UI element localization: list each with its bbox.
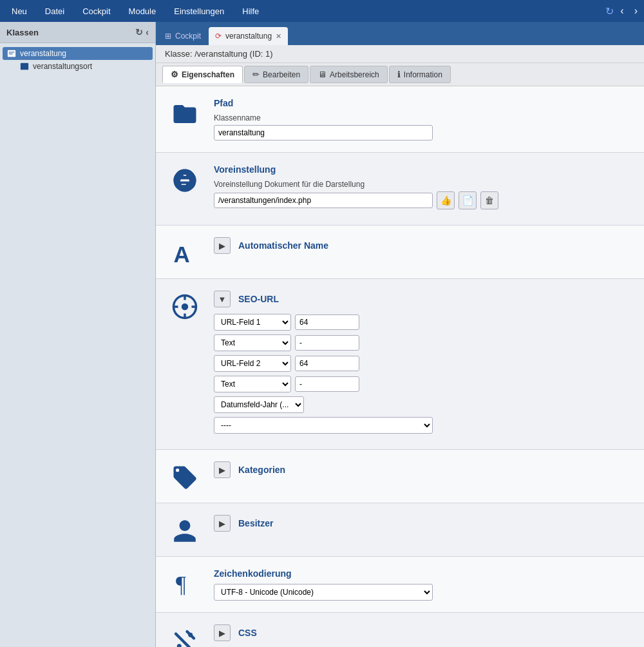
section-seo-url: + ▼ SEO-URL URL-Feld 1 xyxy=(156,279,644,450)
svg-text:A: A xyxy=(174,242,190,267)
voreinstellung-input-row: 👍 📄 🗑 xyxy=(214,191,631,209)
automatischer-name-header: ▶ Automatischer Name xyxy=(214,237,631,254)
sub-tab-eigenschaften[interactable]: ⚙ Eigenschaften xyxy=(162,66,243,83)
menu-neu[interactable]: Neu xyxy=(3,0,36,22)
menu-hilfe[interactable]: Hilfe xyxy=(233,0,268,22)
kategorien-title: Kategorien xyxy=(238,465,285,475)
nav-forward-icon[interactable]: › xyxy=(630,5,641,17)
voreinstellung-btn2[interactable]: 📄 xyxy=(459,191,477,209)
svg-rect-3 xyxy=(21,63,28,70)
kategorien-header: ▶ Kategorien xyxy=(214,461,631,478)
sidebar-item-label-veranstaltungsort: veranstaltungsort xyxy=(33,62,92,71)
svg-text:+: + xyxy=(182,302,187,312)
seo-select-5[interactable]: Datumsfeld-Jahr (... xyxy=(214,396,304,413)
voreinstellung-icon xyxy=(169,164,201,194)
sub-tab-eigenschaften-label: Eigenschaften xyxy=(182,70,234,79)
class-title: Klasse: /veranstaltung (ID: 1) xyxy=(156,45,644,63)
sidebar-header: Klassen ↻ ‹ xyxy=(0,22,155,43)
section-zeichenkodierung: ¶ Zeichenkodierung UTF-8 - Unicode (Unic… xyxy=(156,557,644,613)
sub-tabs: ⚙ Eigenschaften ✏ Bearbeiten 🖥 Arbeitsbe… xyxy=(156,63,644,86)
besitzer-title: Besitzer xyxy=(238,518,273,528)
zeichenkodierung-content: Zeichenkodierung UTF-8 - Unicode (Unicod… xyxy=(214,568,631,601)
sidebar-item-label-veranstaltung: veranstaltung xyxy=(20,49,66,58)
zeichenkodierung-title: Zeichenkodierung xyxy=(214,568,631,579)
seo-row-6: ---- xyxy=(214,417,631,434)
content-area: Klasse: /veranstaltung (ID: 1) ⚙ Eigensc… xyxy=(156,45,644,647)
nav-back-icon[interactable]: ‹ xyxy=(616,5,627,17)
sub-tab-arbeitsbereich[interactable]: 🖥 Arbeitsbereich xyxy=(310,66,388,83)
seo-select-2[interactable]: Text xyxy=(214,334,291,351)
information-icon: ℹ xyxy=(397,70,401,79)
topbar-actions: ↻ ‹ › xyxy=(605,5,641,17)
besitzer-icon xyxy=(169,515,201,545)
section-automatischer-name: A ▶ Automatischer Name xyxy=(156,226,644,279)
section-voreinstellung: Voreinstellung Voreinstellung Dokument f… xyxy=(156,153,644,226)
section-css: ▶ CSS xyxy=(156,613,644,647)
sidebar-refresh-icon[interactable]: ↻ xyxy=(135,27,143,37)
besitzer-expand-btn[interactable]: ▶ xyxy=(214,515,231,532)
svg-point-15 xyxy=(177,644,182,647)
seo-url-content: ▼ SEO-URL URL-Feld 1 xyxy=(214,291,631,438)
top-menubar: Neu Datei Cockpit Module Einstellungen H… xyxy=(0,0,644,22)
tab-bar: ⊞ Cockpit ⟳ veranstaltung ✕ xyxy=(156,22,644,45)
tab-veranstaltung-close[interactable]: ✕ xyxy=(276,32,281,41)
seo-select-3[interactable]: URL-Feld 2 xyxy=(214,355,291,372)
seo-url-expand-btn[interactable]: ▼ xyxy=(214,291,231,307)
seo-row-5: Datumsfeld-Jahr (... xyxy=(214,396,631,413)
zeichenkodierung-select[interactable]: UTF-8 - Unicode (Unicode) xyxy=(214,584,433,601)
seo-select-4[interactable]: Text xyxy=(214,376,291,392)
menu-module[interactable]: Module xyxy=(120,0,166,22)
seo-bottom-select[interactable]: ---- xyxy=(214,417,433,434)
seo-url-header: ▼ SEO-URL xyxy=(214,291,631,307)
sidebar-item-veranstaltung[interactable]: veranstaltung xyxy=(3,47,153,60)
pfad-title: Pfad xyxy=(214,98,631,108)
svg-text:¶: ¶ xyxy=(176,572,186,597)
voreinstellung-btn1[interactable]: 👍 xyxy=(437,191,455,209)
voreinstellung-input[interactable] xyxy=(214,193,433,208)
sidebar-tree: veranstaltung veranstaltungsort xyxy=(0,43,155,77)
seo-input-4[interactable] xyxy=(295,376,359,392)
menu-datei[interactable]: Datei xyxy=(36,0,73,22)
refresh-icon[interactable]: ↻ xyxy=(605,5,614,17)
tab-cockpit-label: Cockpit xyxy=(175,32,201,41)
main-content: ⊞ Cockpit ⟳ veranstaltung ✕ Klasse: /ver… xyxy=(156,22,644,647)
tab-cockpit-icon: ⊞ xyxy=(165,32,171,41)
seo-select-1[interactable]: URL-Feld 1 xyxy=(214,314,291,331)
bearbeiten-icon: ✏ xyxy=(252,70,260,79)
pfad-input[interactable] xyxy=(214,125,433,140)
voreinstellung-label: Voreinstellung Dokument für die Darstell… xyxy=(214,180,631,189)
seo-input-3[interactable] xyxy=(295,356,359,371)
svg-point-16 xyxy=(188,633,193,637)
kategorien-expand-btn[interactable]: ▶ xyxy=(214,461,231,478)
sidebar-item-veranstaltungsort[interactable]: veranstaltungsort xyxy=(15,60,153,73)
seo-row-2: Text xyxy=(214,334,631,351)
css-title: CSS xyxy=(238,628,257,638)
sub-tab-arbeitsbereich-label: Arbeitsbereich xyxy=(330,70,379,79)
seo-input-1[interactable] xyxy=(295,314,359,330)
sub-tab-bearbeiten[interactable]: ✏ Bearbeiten xyxy=(244,66,308,83)
svg-rect-1 xyxy=(9,52,15,52)
sidebar-collapse-icon[interactable]: ‹ xyxy=(146,27,149,37)
sidebar-item-icon-veranstaltung xyxy=(6,48,17,59)
voreinstellung-content: Voreinstellung Voreinstellung Dokument f… xyxy=(214,164,631,213)
besitzer-content: ▶ Besitzer xyxy=(214,515,631,532)
automatischer-name-title: Automatischer Name xyxy=(238,240,328,251)
seo-url-icon: + xyxy=(169,291,201,320)
menu-einstellungen[interactable]: Einstellungen xyxy=(165,0,233,22)
section-pfad: Pfad Klassenname xyxy=(156,86,644,153)
menu-cockpit[interactable]: Cockpit xyxy=(73,0,119,22)
seo-url-title: SEO-URL xyxy=(238,294,279,304)
kategorien-content: ▶ Kategorien xyxy=(214,461,631,478)
pfad-label: Klassenname xyxy=(214,113,631,122)
tab-veranstaltung[interactable]: ⟳ veranstaltung ✕ xyxy=(209,27,288,45)
automatischer-name-content: ▶ Automatischer Name xyxy=(214,237,631,254)
voreinstellung-delete-btn[interactable]: 🗑 xyxy=(480,191,498,209)
automatischer-name-expand-btn[interactable]: ▶ xyxy=(214,237,231,254)
tab-cockpit[interactable]: ⊞ Cockpit xyxy=(158,27,207,45)
css-expand-btn[interactable]: ▶ xyxy=(214,624,231,641)
sidebar-header-actions: ↻ ‹ xyxy=(135,27,149,37)
css-icon xyxy=(169,624,201,647)
besitzer-header: ▶ Besitzer xyxy=(214,515,631,532)
sub-tab-information[interactable]: ℹ Information xyxy=(389,66,451,83)
seo-input-2[interactable] xyxy=(295,335,359,351)
